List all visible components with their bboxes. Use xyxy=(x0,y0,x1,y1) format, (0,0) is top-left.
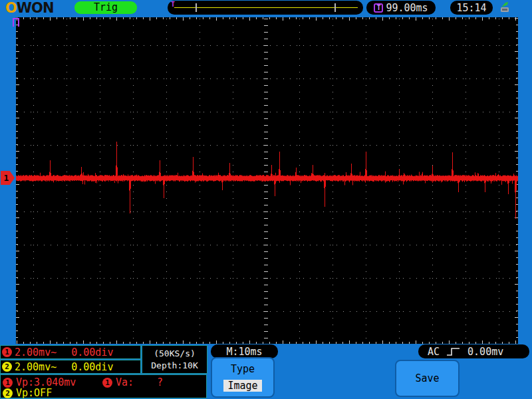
memory-depth: Depth:10K xyxy=(142,360,207,370)
window-start-tick xyxy=(196,3,197,12)
meas-ch1-badge2: 1 xyxy=(102,378,112,388)
meas-ch1-va-label: Va: xyxy=(116,376,134,388)
channel1-zero-marker: 1 xyxy=(1,171,15,185)
save-button[interactable]: Save xyxy=(395,360,460,397)
waveform-canvas xyxy=(16,17,518,344)
trigger-position-marker: T xyxy=(171,1,175,8)
waveform-display xyxy=(16,17,518,344)
trigger-coupling: AC xyxy=(428,346,440,358)
channel1-settings-box: 1 2.00mv~ 0.00div xyxy=(0,345,141,359)
meas-ch2-badge: 2 xyxy=(3,388,13,398)
sample-rate: (50KS/s) xyxy=(142,348,207,358)
measurements-box: 1 Vp:3.040mv 1 Va: ? 2 Vp:OFF xyxy=(0,374,207,398)
meas-ch1-va-value: ? xyxy=(157,376,163,388)
acquisition-info-box: (50KS/s) Depth:10K xyxy=(142,345,207,374)
channel2-settings-box: 2 2.00mv~ 0.00div xyxy=(0,360,141,374)
horizontal-position-bar: T xyxy=(168,1,363,15)
trigger-time-readout: T 99.00ms xyxy=(366,1,436,15)
channel2-badge: 2 xyxy=(2,362,12,372)
trigger-icon: T xyxy=(374,3,383,13)
trigger-settings-readout: AC 0.00mv xyxy=(418,344,529,358)
window-end-tick xyxy=(334,3,336,12)
oscilloscope-screen: OWON Trig T T 99.00ms 15:14 1 1 2.00mv~ … xyxy=(0,0,532,399)
usb-disk-icon xyxy=(499,2,511,16)
type-label: Type xyxy=(231,363,255,375)
save-label: Save xyxy=(415,372,439,384)
channel2-scale: 2.00mv~ xyxy=(15,361,57,373)
trigger-status-badge: Trig xyxy=(74,1,137,14)
trigger-level: 0.00mv xyxy=(467,346,503,358)
trigger-time-value: 99.00ms xyxy=(386,2,428,14)
type-selected-value: Image xyxy=(223,380,261,392)
channel2-position: 0.00div xyxy=(71,361,113,373)
rising-edge-icon xyxy=(446,347,461,356)
channel1-position: 0.00div xyxy=(71,346,113,358)
clock: 15:14 xyxy=(450,1,493,15)
meas-ch1-badge: 1 xyxy=(3,378,13,388)
memory-window-line xyxy=(174,7,358,8)
timebase-readout: M:10ms xyxy=(211,344,278,358)
meas-ch2-vp: Vp:OFF xyxy=(16,387,52,399)
trigger-horizontal-marker xyxy=(13,18,19,27)
channel1-badge: 1 xyxy=(2,347,12,357)
channel1-scale: 2.00mv~ xyxy=(15,346,57,358)
owon-logo: OWON xyxy=(5,0,53,16)
type-button[interactable]: Type Image xyxy=(211,357,275,398)
